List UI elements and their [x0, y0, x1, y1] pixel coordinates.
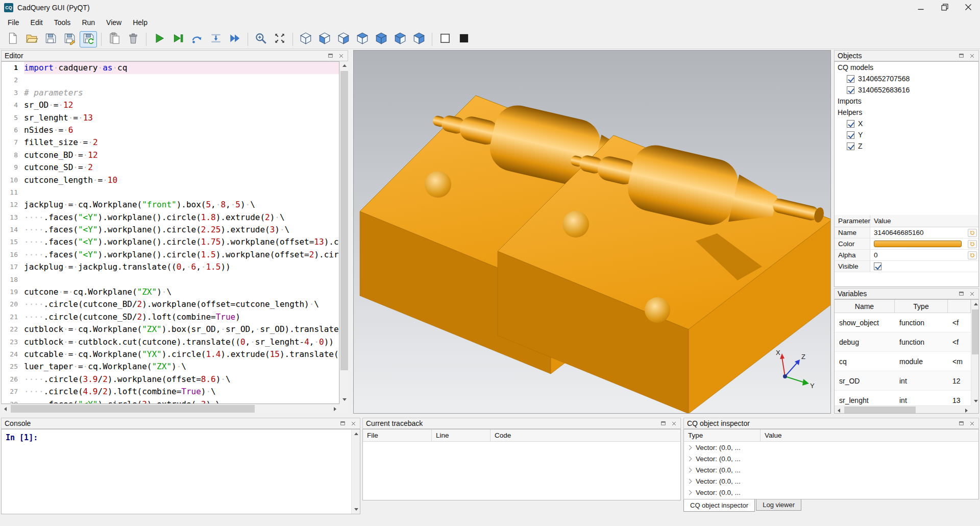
expand-chevron-icon[interactable]	[687, 490, 692, 495]
scroll-right-arrow[interactable]	[331, 404, 339, 413]
variable-row-sr_OD[interactable]: sr_ODint12	[835, 371, 971, 391]
menu-tools[interactable]: Tools	[48, 16, 77, 29]
continue-button[interactable]	[226, 31, 243, 47]
float-panel-button[interactable]	[958, 53, 965, 59]
checkbox[interactable]	[847, 86, 854, 94]
scrollbar-thumb[interactable]	[11, 405, 255, 413]
variables-col-name[interactable]: Name	[835, 300, 895, 313]
traceback-col-line[interactable]: Line	[432, 429, 491, 441]
code-line[interactable]: 24cutcable·=·cq.Workplane("YX").circle(1…	[2, 348, 339, 361]
bottom-view-button[interactable]	[373, 31, 390, 47]
code-line[interactable]: 16····.faces("<Y").workplane().circle(1.…	[2, 249, 339, 261]
right-view-button[interactable]	[410, 31, 428, 47]
code-line[interactable]: 21····.circle(cutcone_SD/2).loft(combine…	[2, 311, 339, 323]
inspector-col-type[interactable]: Type	[684, 429, 761, 441]
step-button[interactable]	[188, 31, 206, 47]
code-line[interactable]: 4sr_OD·=·12	[2, 99, 339, 111]
code-line[interactable]: 23cutblock·=·cutblock.cut(cutcone).trans…	[2, 336, 339, 348]
save-as-button[interactable]	[61, 31, 78, 47]
code-area[interactable]: 1import·cadquery·as·cq23# parameters4sr_…	[1, 61, 339, 404]
code-line[interactable]: 28····.faces("<Y").circle(3).extrude(-3)…	[2, 398, 339, 404]
code-line[interactable]: 26····.circle(3.9/2).workplane(offset=8.…	[2, 373, 339, 386]
inspector-col-value[interactable]: Value	[761, 429, 978, 441]
checkbox[interactable]	[874, 262, 881, 270]
step-into-button[interactable]	[207, 31, 225, 47]
float-panel-button[interactable]	[958, 291, 965, 297]
paste-button[interactable]	[106, 31, 123, 47]
expand-chevron-icon[interactable]	[687, 467, 692, 472]
autoreload-button[interactable]	[80, 31, 97, 47]
traceback-col-code[interactable]: Code	[491, 429, 680, 441]
iso-view-button[interactable]	[297, 31, 314, 47]
scrollbar-thumb[interactable]	[972, 309, 979, 354]
editor-vscrollbar[interactable]	[339, 61, 348, 404]
tree-item-y[interactable]: Y	[835, 129, 978, 140]
scroll-left-arrow[interactable]	[835, 406, 843, 414]
close-panel-button[interactable]	[969, 291, 975, 297]
variable-row-sr_lenght[interactable]: sr_lenghtint13	[835, 391, 971, 405]
editor-hscrollbar[interactable]	[1, 404, 339, 413]
scroll-down-arrow[interactable]	[340, 395, 349, 404]
reset-param-button[interactable]	[968, 251, 977, 259]
code-line[interactable]: 8cutcone_BD·=·12	[2, 149, 339, 161]
reset-param-button[interactable]	[968, 229, 977, 237]
float-panel-button[interactable]	[660, 420, 667, 427]
tree-item-3140652683616[interactable]: 3140652683616	[835, 84, 978, 95]
open-file-button[interactable]	[23, 31, 40, 47]
close-panel-button[interactable]	[969, 53, 975, 59]
variables-col-value[interactable]	[948, 300, 971, 313]
traceback-col-file[interactable]: File	[363, 429, 432, 441]
code-line[interactable]: 19cutcone·=·cq.Workplane("ZX")·\	[2, 286, 339, 298]
scroll-left-arrow[interactable]	[1, 404, 10, 413]
zoom-fit-button[interactable]	[252, 31, 270, 47]
back-view-button[interactable]	[335, 31, 352, 47]
color-swatch[interactable]	[874, 241, 962, 247]
delete-button[interactable]	[125, 31, 142, 47]
checkbox[interactable]	[847, 120, 854, 128]
scrollbar-thumb[interactable]	[844, 407, 916, 414]
variables-hscrollbar[interactable]	[835, 405, 971, 414]
menu-help[interactable]: Help	[127, 16, 153, 29]
float-panel-button[interactable]	[339, 420, 346, 427]
code-line[interactable]: 13····.faces("<Y").workplane().circle(1.…	[2, 211, 339, 224]
front-view-button[interactable]	[316, 31, 333, 47]
code-line[interactable]: 7fillet_size·=·2	[2, 136, 339, 149]
menu-file[interactable]: File	[2, 16, 25, 29]
code-line[interactable]: 2	[2, 74, 339, 86]
checkbox[interactable]	[847, 75, 854, 83]
top-view-button[interactable]	[354, 31, 371, 47]
inspector-row[interactable]: Vector: (0.0, ...	[684, 487, 978, 498]
menu-view[interactable]: View	[101, 16, 127, 29]
code-line[interactable]: 10cutcone_length·=·10	[2, 174, 339, 186]
tree-item-x[interactable]: X	[835, 118, 978, 129]
code-line[interactable]: 25luer_taper·=·cq.Workplane("ZX")·\	[2, 361, 339, 373]
expand-chevron-icon[interactable]	[687, 445, 692, 450]
code-line[interactable]: 9cutcone_SD·=·2	[2, 161, 339, 174]
param-value[interactable]	[870, 261, 966, 272]
new-file-button[interactable]	[4, 31, 21, 47]
code-line[interactable]: 27····.circle(4.9/2).loft(combine=True)·…	[2, 386, 339, 398]
code-line[interactable]: 3# parameters	[2, 87, 339, 99]
scroll-up-arrow[interactable]	[340, 61, 349, 70]
code-line[interactable]: 5sr_lenght·=·13	[2, 112, 339, 124]
inspector-row[interactable]: Vector: (0.0, ...	[684, 464, 978, 475]
render-button[interactable]	[151, 31, 168, 47]
close-panel-button[interactable]	[350, 420, 357, 427]
viewport-canvas[interactable]: X Z Y	[354, 51, 830, 413]
tab-log-viewer[interactable]: Log viewer	[756, 499, 801, 511]
inspector-row[interactable]: Vector: (0.0, ...	[684, 475, 978, 487]
variables-col-type[interactable]: Type	[895, 300, 948, 313]
reset-param-button[interactable]	[968, 240, 977, 248]
checkbox[interactable]	[847, 142, 854, 150]
float-panel-button[interactable]	[958, 420, 965, 427]
variable-row-debug[interactable]: debugfunction<f	[835, 332, 971, 352]
param-value[interactable]	[870, 238, 966, 249]
code-line[interactable]: 1import·cadquery·as·cq	[2, 62, 339, 74]
scroll-down-arrow[interactable]	[971, 397, 979, 405]
inspector-row[interactable]: Vector: (0.0, ...	[684, 442, 978, 453]
scroll-down-arrow[interactable]	[352, 505, 360, 514]
left-view-button[interactable]	[391, 31, 409, 47]
code-line[interactable]: 6nSides·=·6	[2, 124, 339, 136]
shaded-button[interactable]	[455, 31, 473, 47]
tree-root-imports[interactable]: Imports	[835, 95, 978, 107]
